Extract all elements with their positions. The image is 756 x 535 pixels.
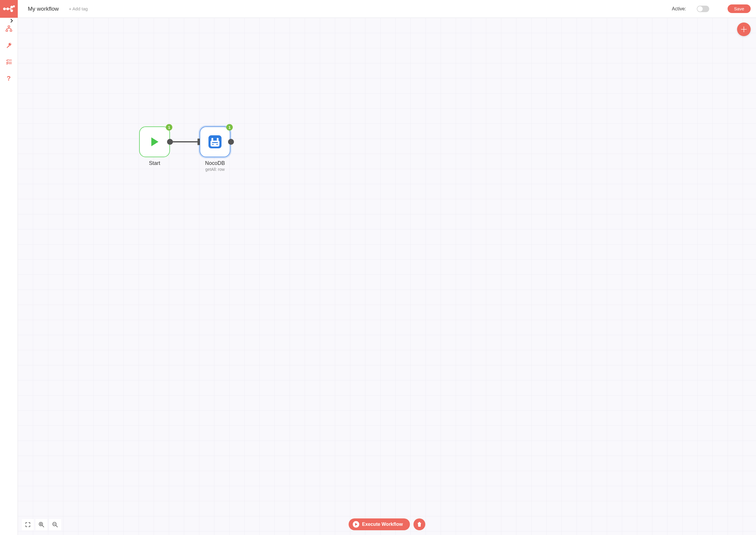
add-tag-button[interactable]: + Add tag bbox=[69, 6, 88, 11]
zoom-in-icon bbox=[39, 522, 44, 528]
svg-point-6 bbox=[13, 6, 14, 7]
workflows-nav[interactable] bbox=[6, 25, 12, 32]
main-area: My workflow + Add tag Active: Save 1 bbox=[18, 0, 756, 535]
help-icon: ? bbox=[7, 74, 11, 82]
active-toggle[interactable] bbox=[697, 6, 709, 12]
svg-rect-20 bbox=[212, 142, 218, 143]
svg-point-3 bbox=[11, 6, 13, 8]
workflows-icon bbox=[6, 25, 12, 32]
app-logo[interactable] bbox=[0, 0, 18, 18]
execute-label: Execute Workflow bbox=[362, 522, 403, 527]
svg-point-1 bbox=[7, 8, 9, 10]
play-circle-icon bbox=[353, 521, 359, 528]
chevron-right-icon bbox=[10, 19, 14, 22]
topbar: My workflow + Add tag Active: Save bbox=[18, 0, 756, 18]
fit-view-icon bbox=[25, 522, 31, 527]
node-run-count-badge: 1 bbox=[226, 124, 233, 130]
execute-workflow-button[interactable]: Execute Workflow bbox=[349, 519, 410, 530]
svg-point-4 bbox=[11, 10, 13, 12]
zoom-in-button[interactable] bbox=[36, 519, 47, 530]
n8n-logo-icon bbox=[3, 5, 15, 13]
svg-rect-30 bbox=[418, 523, 421, 523]
toggle-knob bbox=[697, 6, 703, 12]
output-port[interactable] bbox=[228, 139, 234, 145]
trash-icon bbox=[417, 522, 422, 527]
svg-point-10 bbox=[9, 43, 11, 45]
node-run-count-badge: 1 bbox=[166, 124, 172, 130]
svg-line-28 bbox=[56, 525, 57, 527]
svg-point-21 bbox=[212, 144, 213, 145]
sidebar: ? bbox=[0, 0, 18, 535]
zoom-out-button[interactable] bbox=[49, 519, 61, 530]
node-layer: 1 Start 1 bbox=[18, 18, 756, 535]
edge-start-to-nocodb[interactable] bbox=[172, 141, 200, 142]
svg-line-24 bbox=[42, 525, 44, 527]
clear-execution-button[interactable] bbox=[413, 519, 425, 530]
active-label: Active: bbox=[672, 6, 686, 12]
svg-rect-31 bbox=[419, 522, 420, 523]
executions-nav[interactable] bbox=[6, 59, 12, 65]
node-start[interactable]: 1 Start bbox=[139, 127, 170, 166]
key-icon bbox=[6, 42, 12, 48]
zoom-controls bbox=[22, 519, 61, 530]
sidebar-nav: ? bbox=[6, 25, 12, 82]
node-label: Start bbox=[149, 160, 160, 166]
nocodb-icon bbox=[208, 135, 222, 149]
zoom-out-icon bbox=[52, 522, 58, 528]
expand-sidebar-button[interactable] bbox=[8, 18, 16, 24]
svg-rect-7 bbox=[8, 26, 10, 27]
workflow-title[interactable]: My workflow bbox=[28, 6, 59, 12]
input-port[interactable] bbox=[198, 139, 200, 145]
svg-point-0 bbox=[3, 8, 5, 10]
output-port[interactable] bbox=[167, 139, 173, 145]
svg-point-11 bbox=[10, 43, 11, 44]
executions-icon bbox=[6, 59, 12, 65]
svg-rect-9 bbox=[10, 30, 12, 31]
fit-view-button[interactable] bbox=[22, 519, 34, 530]
help-nav[interactable]: ? bbox=[6, 75, 12, 82]
credentials-nav[interactable] bbox=[6, 42, 12, 48]
node-label: NocoDB bbox=[205, 160, 225, 166]
svg-point-22 bbox=[216, 144, 218, 145]
workflow-canvas[interactable]: 1 Start 1 bbox=[18, 18, 756, 535]
node-subtitle: getAll: row bbox=[205, 167, 224, 172]
canvas-footer-actions: Execute Workflow bbox=[349, 519, 426, 530]
node-nocodb[interactable]: 1 bbox=[200, 127, 230, 172]
svg-rect-8 bbox=[6, 30, 8, 31]
save-button[interactable]: Save bbox=[728, 4, 751, 13]
play-icon bbox=[148, 136, 161, 148]
